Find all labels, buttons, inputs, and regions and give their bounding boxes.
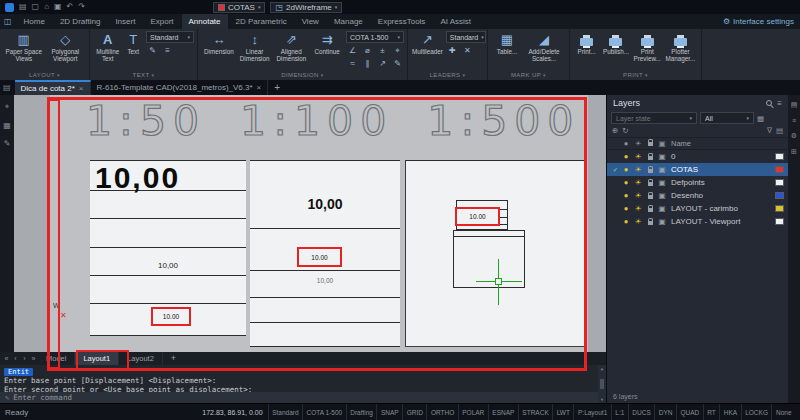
text-style-combo[interactable]: Standard ▾ bbox=[146, 31, 194, 43]
scroll-up-icon[interactable]: ▲ bbox=[601, 366, 603, 371]
tab-export[interactable]: Export bbox=[143, 14, 180, 29]
continue-dimension-button[interactable]: ⇉ Continue bbox=[310, 31, 344, 56]
undo-icon[interactable]: ↶ bbox=[67, 0, 74, 14]
publish-button[interactable]: Publish... bbox=[600, 31, 631, 56]
toggle-quad[interactable]: QUAD bbox=[676, 404, 703, 420]
status-text-style[interactable]: Standard bbox=[268, 404, 302, 420]
layer-on-icon[interactable]: ● bbox=[620, 215, 632, 228]
multileader-style-combo[interactable]: Standard ▾ bbox=[446, 31, 486, 43]
layer-row[interactable]: ● ☀ ▣ LAYOUT - carimbo bbox=[607, 202, 788, 215]
doc-tab-template[interactable]: R-616-Template CAD(v2018_metros)_V6.3* × bbox=[91, 80, 269, 95]
remove-leader-icon[interactable]: ✕ bbox=[461, 45, 474, 56]
layer-row[interactable]: ● ☀ ▣ Desenho bbox=[607, 189, 788, 202]
leader-dimension-icon[interactable]: ↗ bbox=[376, 58, 389, 69]
toggle-ducs[interactable]: DUCS bbox=[628, 404, 654, 420]
layer-color-swatch[interactable] bbox=[775, 153, 784, 160]
layer-color-swatch[interactable] bbox=[775, 218, 784, 225]
center-mark-icon[interactable]: ⌖ bbox=[391, 45, 404, 56]
snap-tool-icon[interactable]: ⌖ bbox=[5, 102, 10, 112]
status-current-layout[interactable]: P:Layout1 bbox=[573, 404, 610, 420]
new-layer-icon[interactable]: ⊕ bbox=[612, 126, 618, 135]
layers-panel-icon[interactable]: ▤ bbox=[791, 101, 798, 109]
doc-tab-dica-de-cota[interactable]: Dica de cota 2* × bbox=[15, 80, 91, 95]
toggle-lockg[interactable]: LOCKG bbox=[741, 404, 772, 420]
toggle-grid[interactable]: GRID bbox=[402, 404, 426, 420]
tab-ai-assist[interactable]: AI Assist bbox=[433, 14, 478, 29]
layer-plot-icon[interactable]: ▣ bbox=[656, 163, 668, 176]
layer-color-swatch[interactable] bbox=[775, 192, 784, 199]
layer-row[interactable]: ● ☀ ▣ 0 bbox=[607, 150, 788, 163]
add-delete-scales-button[interactable]: ◢ Add/Delete Scales... bbox=[523, 31, 565, 63]
close-icon[interactable]: × bbox=[257, 83, 262, 92]
layer-lock-icon[interactable] bbox=[644, 206, 656, 212]
layer-on-icon[interactable]: ● bbox=[620, 202, 632, 215]
ordinate-dimension-icon[interactable]: ∥ bbox=[361, 58, 374, 69]
layer-lock-icon[interactable] bbox=[644, 180, 656, 186]
layer-filter-combo[interactable]: All ▾ bbox=[700, 112, 754, 124]
layer-freeze-icon[interactable]: ☀ bbox=[632, 189, 644, 202]
layer-color-swatch[interactable] bbox=[775, 205, 784, 212]
layer-color-swatch[interactable] bbox=[775, 179, 784, 186]
redo-icon[interactable]: ↷ bbox=[78, 0, 85, 14]
columns-icon[interactable]: ▦ bbox=[757, 114, 764, 123]
aligned-dimension-button[interactable]: ⇗ Aligned Dimension bbox=[273, 31, 311, 63]
group-label-leaders[interactable]: LEADERS▾ bbox=[408, 70, 487, 80]
tolerance-icon[interactable]: ± bbox=[376, 45, 389, 56]
tab-home[interactable]: Home bbox=[17, 14, 52, 29]
name-column-header[interactable]: Name bbox=[668, 139, 770, 148]
status-workspace[interactable]: Drafting bbox=[346, 404, 377, 420]
tab-2d-parametric[interactable]: 2D Parametric bbox=[229, 14, 294, 29]
print-button[interactable]: Print... bbox=[573, 31, 600, 56]
field-icon[interactable]: ≡ bbox=[161, 45, 174, 56]
layer-plot-icon[interactable]: ▣ bbox=[656, 176, 668, 189]
tab-2d-drafting[interactable]: 2D Drafting bbox=[53, 14, 107, 29]
multileader-button[interactable]: ↗ Multileader bbox=[411, 31, 444, 56]
search-icon[interactable] bbox=[766, 100, 772, 106]
settings-panel-icon[interactable]: ⚙ bbox=[791, 132, 797, 140]
layer-lock-icon[interactable] bbox=[644, 154, 656, 160]
table-button[interactable]: ▦ Table... bbox=[491, 31, 523, 56]
layer-row[interactable]: ● ☀ ▣ LAYOUT - Viewport bbox=[607, 215, 788, 228]
layer-row[interactable]: ✔ ● ☀ ▣ COTAS bbox=[607, 163, 788, 176]
tab-list-icon[interactable]: ▤ bbox=[3, 83, 11, 92]
layer-on-icon[interactable]: ● bbox=[620, 176, 632, 189]
scrollbar-thumb[interactable] bbox=[600, 379, 604, 389]
toggle-snap[interactable]: SNAP bbox=[376, 404, 402, 420]
close-icon[interactable]: × bbox=[79, 84, 84, 93]
grid-tool-icon[interactable]: ▦ bbox=[3, 121, 11, 130]
group-label-layout[interactable]: LAYOUT▾ bbox=[0, 70, 89, 80]
toggle-hka[interactable]: HKA bbox=[719, 404, 740, 420]
scroll-down-icon[interactable]: ▼ bbox=[601, 397, 603, 402]
layer-lock-icon[interactable] bbox=[644, 219, 656, 225]
print-preview-button[interactable]: Print Preview... bbox=[632, 31, 663, 63]
first-tab-icon[interactable]: « bbox=[2, 352, 11, 365]
group-label-text[interactable]: TEXT▾ bbox=[90, 70, 197, 80]
last-tab-icon[interactable]: » bbox=[29, 352, 38, 365]
new-document-button[interactable]: + bbox=[268, 82, 286, 93]
app-logo-icon[interactable] bbox=[5, 3, 14, 12]
layer-color-swatch[interactable] bbox=[775, 166, 784, 173]
layer-freeze-icon[interactable]: ☀ bbox=[632, 215, 644, 228]
layer-on-icon[interactable]: ● bbox=[620, 163, 632, 176]
text-style-icon[interactable]: ✎ bbox=[146, 45, 159, 56]
status-dim-style[interactable]: COTA 1-500 bbox=[302, 404, 346, 420]
settings-list-icon[interactable]: ▤ bbox=[776, 126, 783, 135]
add-leader-icon[interactable]: ✚ bbox=[446, 45, 459, 56]
paper-space-views-button[interactable]: ▥ Paper Space Views bbox=[3, 31, 45, 63]
layer-freeze-icon[interactable]: ☀ bbox=[632, 176, 644, 189]
baseline-dimension-icon[interactable]: ≈ bbox=[346, 58, 359, 69]
tab-annotate[interactable]: Annotate bbox=[182, 14, 228, 29]
next-tab-icon[interactable]: › bbox=[20, 352, 29, 365]
lock-column-icon[interactable] bbox=[644, 139, 656, 148]
layer-row[interactable]: ● ☀ ▣ Defpoints bbox=[607, 176, 788, 189]
freeze-column-icon[interactable]: ☀ bbox=[632, 139, 644, 148]
linear-dimension-button[interactable]: ↕ Linear Dimension bbox=[237, 31, 273, 63]
interface-settings-button[interactable]: ⚙ Interface settings bbox=[723, 17, 796, 26]
open-file-icon[interactable]: ⌂ bbox=[44, 0, 49, 14]
polygonal-viewport-button[interactable]: ◇ Polygonal Viewport bbox=[45, 31, 87, 63]
group-label-print[interactable]: PRINT▾ bbox=[570, 70, 701, 80]
layer-plot-icon[interactable]: ▣ bbox=[656, 202, 668, 215]
toggle-strack[interactable]: STRACK bbox=[518, 404, 552, 420]
toggle-dyn[interactable]: DYN bbox=[654, 404, 676, 420]
plotter-manager-button[interactable]: Plotter Manager... bbox=[663, 31, 698, 63]
